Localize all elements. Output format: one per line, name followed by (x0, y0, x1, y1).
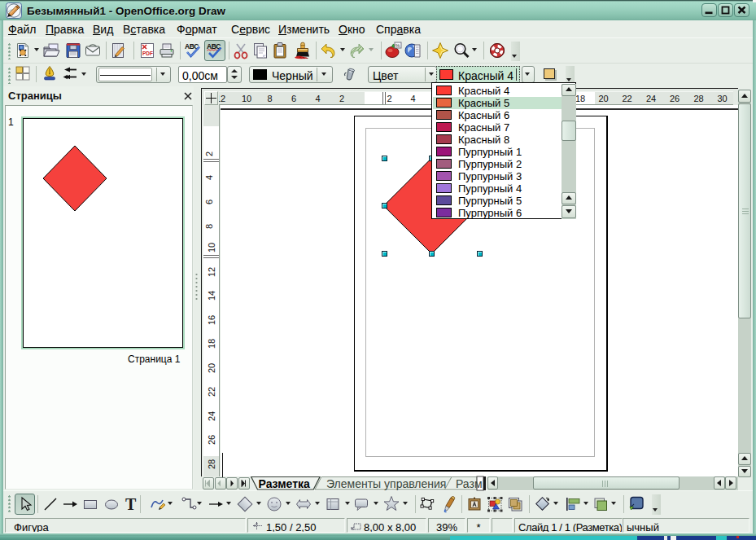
svg-text:T: T (125, 495, 137, 513)
